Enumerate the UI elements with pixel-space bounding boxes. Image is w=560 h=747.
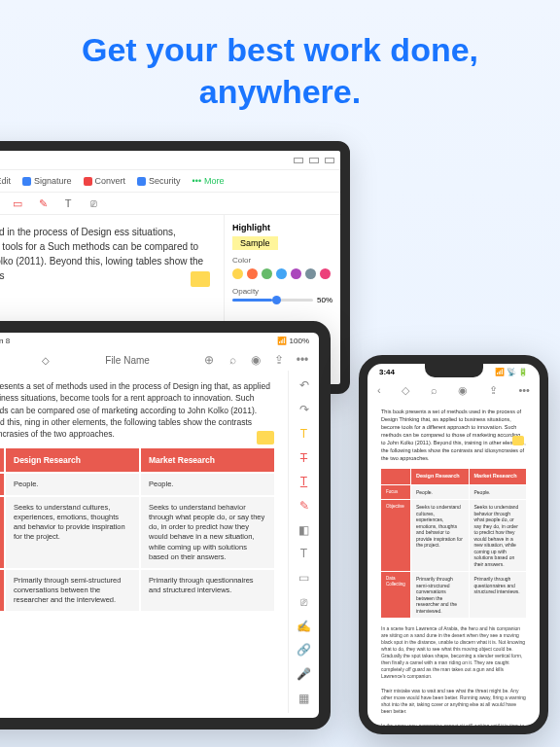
add-page-icon[interactable]: ⊕ [202,353,216,367]
search-icon[interactable]: ⌕ [431,384,438,397]
bookmark-icon[interactable]: ◇ [402,384,409,397]
table-header-blank [381,469,410,484]
back-icon[interactable]: ‹ [377,384,381,397]
table-cell: Primarily through semi-structured conver… [6,570,139,611]
body-paragraph: In the same way, companies cannot sit st… [381,723,526,734]
file-title: File Name [105,355,150,366]
signature-icon[interactable]: ✍ [297,619,312,633]
tool-row: T T ▭ ✎ T ⎚ [0,193,340,215]
color-swatches [232,268,332,279]
table-cell: Primarily through semi-structured conver… [411,572,469,618]
tablet-document[interactable]: ook presents a set of methods used in th… [0,371,288,713]
view-icon[interactable]: ◉ [249,353,262,367]
ribbon-signature[interactable]: Signature [22,176,72,186]
box-tool-icon[interactable]: ▭ [12,197,23,209]
tablet-header: ‹ ◇ File Name ⊕ ⌕ ◉ ⇪ ••• [0,349,319,371]
tablet-sidebar: ↶ ↷ T T T ✎ ◧ T ▭ ⎚ ✍ 🔗 🎤 ▦ [288,371,319,713]
color-pink[interactable] [320,268,331,279]
image-icon[interactable]: ▦ [297,691,312,705]
minimize-icon[interactable] [294,158,303,163]
table-header-market: Market Research [141,448,274,472]
window-chrome [0,151,340,170]
color-green[interactable] [262,268,272,279]
more-icon[interactable]: ••• [518,384,530,397]
body-paragraph: Their mistake was to wait and see what t… [381,688,526,715]
table-cell: People. [411,485,469,500]
table-cell: People. [141,474,274,495]
share-icon[interactable]: ⇪ [489,384,498,397]
ribbon-security[interactable]: Security [137,176,181,186]
sample-chip: Sample [232,236,278,250]
panel-title: Highlight [232,223,332,232]
color-purple[interactable] [291,268,301,279]
table-header-blank [0,448,4,472]
body-paragraph: In a scene from Lawrence of Arabia, the … [381,625,526,680]
strikethrough-icon[interactable]: T [297,450,312,465]
ribbon: Page Edit Signature Convert Security •••… [0,170,340,193]
color-blue[interactable] [276,268,287,279]
table-cell: People. [470,485,527,500]
undo-icon[interactable]: ↶ [297,378,312,393]
color-yellow[interactable] [232,268,243,279]
table-cell: Seeks to understand cultures, experience… [6,497,139,568]
table-header: Market Research [470,469,527,484]
sticky-note-icon[interactable] [512,436,524,445]
table-cell: People. [6,474,139,495]
link-icon[interactable]: 🔗 [297,643,312,658]
status-date: Wed Jun 8 [0,337,10,345]
search-icon[interactable]: ⌕ [226,353,239,367]
bookmark-icon[interactable]: ◇ [39,353,52,367]
phone-device: 3:44 📶 📡 🔋 ‹ ◇ ⌕ ◉ ⇪ ••• This book prese… [359,355,548,734]
status-signal: 📶 100% [277,337,309,345]
table-row-label: g [0,570,4,611]
table-cell: Seeks to understand behavior through wha… [470,500,527,571]
table-header: Design Research [411,469,469,484]
color-label: Color [232,256,332,265]
table-header-design: Design Research [6,448,139,472]
pen-tool-icon[interactable]: ✎ [37,197,49,209]
highlight-icon[interactable]: T [297,426,312,441]
ribbon-more[interactable]: ••• More [192,176,225,186]
mic-icon[interactable]: 🎤 [297,667,312,682]
view-icon[interactable]: ◉ [458,384,468,397]
convert-icon [84,177,92,186]
phone-table: Design Research Market Research Focus Pe… [381,469,526,618]
opacity-value: 50% [317,296,332,304]
phone-header: ‹ ◇ ⌕ ◉ ⇪ ••• [368,380,540,401]
table-cell: Seeks to understand cultures, experience… [411,500,469,571]
opacity-label: Opacity [232,287,332,296]
eraser-icon[interactable]: ◧ [297,522,312,537]
signature-icon [22,177,31,186]
stamp-icon[interactable]: ⎚ [297,594,312,609]
text-tool2-icon[interactable]: T [62,197,74,209]
stamp-tool-icon[interactable]: ⎚ [88,197,99,209]
table-cell: Primarily through questionnaires and str… [470,572,527,618]
close-icon[interactable] [325,158,334,163]
redo-icon[interactable]: ↷ [297,403,312,417]
sticky-note-icon[interactable] [191,271,210,287]
table-label: Objective [381,500,410,571]
more-icon[interactable]: ••• [296,353,309,367]
color-orange[interactable] [247,268,258,279]
tablet-status-bar: Wed Jun 8 📶 100% [0,333,319,349]
maximize-icon[interactable] [309,158,319,163]
table-cell: Seeks to understand behavior through wha… [141,497,274,568]
sticky-note-icon[interactable] [257,431,274,445]
color-grey[interactable] [305,268,316,279]
headline: Get your best work done, anywhere. [0,0,560,131]
table-row-label [0,474,4,495]
notch [425,364,483,377]
opacity-slider[interactable] [232,299,313,302]
underline-icon[interactable]: T [297,475,312,489]
note-icon[interactable]: ▭ [297,571,312,586]
table-cell: Primarily through questionnaires and str… [141,570,274,611]
table-label: Data Collecting [381,572,410,618]
pen-icon[interactable]: ✎ [297,499,312,514]
share-icon[interactable]: ⇪ [272,353,286,367]
ribbon-page-edit[interactable]: Page Edit [0,176,11,186]
text-icon[interactable]: T [297,547,312,561]
status-time: 3:44 [379,368,395,376]
phone-document[interactable]: This book presents a set of methods used… [368,401,540,734]
comparison-table: Design Research Market Research People. … [0,448,274,612]
ribbon-convert[interactable]: Convert [84,176,126,186]
